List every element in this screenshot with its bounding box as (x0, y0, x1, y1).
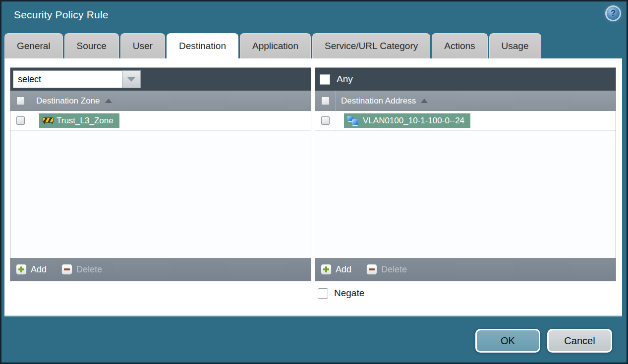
zone-row-checkbox[interactable] (16, 116, 25, 125)
cancel-button[interactable]: Cancel (547, 329, 612, 353)
address-list: VLAN0100_10-1-100-0--24 (315, 111, 616, 258)
address-any-bar: Any (315, 68, 616, 91)
add-icon[interactable] (16, 264, 27, 275)
zone-item-trust-l3-zone[interactable]: Trust_L3_Zone (39, 113, 119, 128)
negate-label: Negate (334, 288, 364, 299)
address-delete-button[interactable]: Delete (381, 264, 407, 275)
help-icon[interactable]: ? (607, 7, 620, 20)
security-policy-rule-dialog: Security Policy Rule ? General Source Us… (0, 0, 628, 364)
zone-type-dropdown-value[interactable]: select (13, 70, 122, 88)
tab-service-url-category[interactable]: Service/URL Category (312, 33, 430, 58)
add-icon[interactable] (321, 264, 332, 275)
tab-user[interactable]: User (120, 33, 165, 58)
destination-address-panel: Any Destination Address VLAN0100_10-1-10… (315, 67, 616, 281)
tab-bar: General Source User Destination Applicat… (4, 33, 541, 58)
delete-icon[interactable] (61, 264, 72, 275)
address-icon (347, 116, 359, 126)
sort-asc-icon (105, 99, 112, 103)
tab-source[interactable]: Source (64, 33, 119, 58)
zone-icon (43, 117, 53, 124)
sort-asc-icon (421, 99, 428, 103)
tab-usage[interactable]: Usage (489, 33, 541, 58)
any-checkbox[interactable] (320, 74, 330, 85)
ok-button[interactable]: OK (475, 329, 540, 353)
zone-item-label: Trust_L3_Zone (57, 116, 114, 126)
zone-select-all-cell (10, 91, 31, 111)
zone-row: Trust_L3_Zone (10, 111, 311, 131)
address-item-vlan0100[interactable]: VLAN0100_10-1-100-0--24 (344, 113, 470, 128)
tab-application[interactable]: Application (240, 33, 311, 58)
destination-tab-content: select Destination Zone (4, 58, 622, 316)
zone-select-all-checkbox[interactable] (16, 97, 25, 105)
zone-type-dropdown[interactable]: select (13, 70, 141, 88)
tab-destination[interactable]: Destination (167, 33, 238, 58)
address-footer: Add Delete (315, 258, 616, 281)
zone-type-bar: select (10, 68, 311, 91)
address-row-checkbox[interactable] (321, 116, 330, 125)
zone-row-checkbox-cell (10, 111, 31, 130)
negate-row: Negate (318, 288, 364, 299)
address-column-label[interactable]: Destination Address (341, 96, 416, 106)
dialog-title: Security Policy Rule (14, 9, 109, 21)
zone-footer: Add Delete (10, 258, 311, 281)
address-select-all-cell (315, 91, 336, 111)
tab-general[interactable]: General (4, 33, 63, 58)
destination-zone-panel: select Destination Zone (10, 67, 311, 281)
zone-type-dropdown-button[interactable] (122, 70, 141, 88)
address-row: VLAN0100_10-1-100-0--24 (315, 111, 616, 131)
address-column-header: Destination Address (315, 91, 616, 111)
zone-column-label[interactable]: Destination Zone (36, 96, 100, 106)
chevron-down-icon (127, 77, 135, 82)
address-add-button[interactable]: Add (336, 264, 351, 275)
any-label: Any (337, 74, 353, 85)
address-row-checkbox-cell (315, 111, 336, 130)
zone-delete-button[interactable]: Delete (76, 264, 102, 275)
zone-list: Trust_L3_Zone (10, 111, 311, 258)
negate-checkbox[interactable] (318, 288, 328, 299)
tab-actions[interactable]: Actions (432, 33, 487, 58)
address-select-all-checkbox[interactable] (321, 97, 330, 105)
zone-add-button[interactable]: Add (31, 264, 47, 275)
delete-icon[interactable] (366, 264, 377, 275)
zone-column-header: Destination Zone (10, 91, 311, 111)
address-item-label: VLAN0100_10-1-100-0--24 (363, 116, 464, 126)
